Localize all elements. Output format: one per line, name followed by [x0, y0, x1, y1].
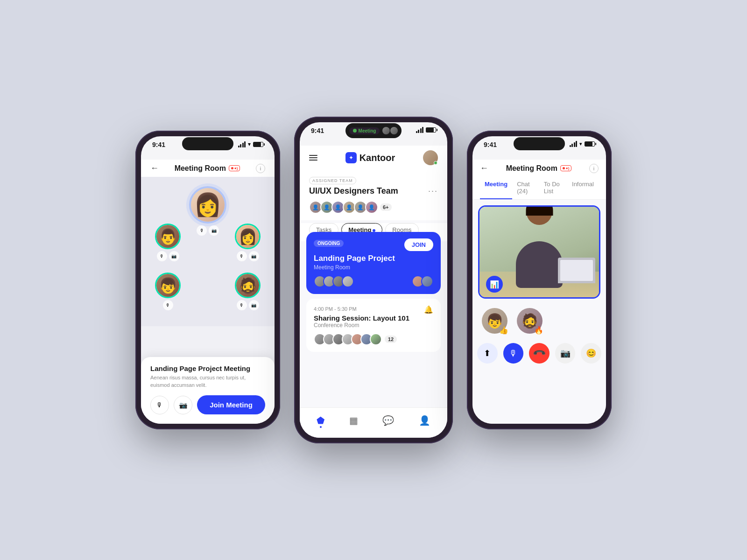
- mic-ctrl-left-mid[interactable]: 🎙: [157, 251, 167, 261]
- hamburger-menu[interactable]: [309, 155, 317, 161]
- left-title-text: Meeting Room: [175, 164, 226, 173]
- video-ctrl-left-mid[interactable]: 📷: [169, 251, 179, 261]
- bell-icon[interactable]: 🔔: [424, 305, 433, 314]
- signal-bar-2: [240, 144, 241, 147]
- time-center: 9:41: [311, 127, 324, 134]
- mic-toggle-btn[interactable]: 🎙: [150, 396, 169, 414]
- notch-avatar-2: [390, 127, 398, 134]
- participants-area: 👩 🎙 📷 👨 🎙 📷: [141, 177, 275, 326]
- avatar-face-right-mid: 👩: [236, 225, 259, 248]
- video-ctrl-featured[interactable]: 📷: [209, 225, 219, 236]
- time-right: 9:41: [484, 141, 497, 148]
- ongoing-badge: ONGOING: [314, 240, 344, 247]
- card-desc: Aenean risus massa, cursus nec turpis ut…: [150, 374, 265, 389]
- mic-ctrl-right-mid[interactable]: 🎙: [237, 251, 247, 261]
- tab-chat-right[interactable]: Chat (24): [512, 177, 539, 199]
- user-avatar-center[interactable]: [423, 150, 438, 165]
- tab-informal-right[interactable]: Informal: [567, 177, 599, 199]
- video-ctrl-right-bot[interactable]: 📷: [249, 300, 259, 310]
- notch-avatar-1: [382, 127, 390, 134]
- session-attendee-7[interactable]: [370, 333, 382, 345]
- signal-bars-left: [238, 141, 246, 147]
- end-call-btn[interactable]: 📞: [529, 343, 550, 364]
- meeting-card-footer: [314, 275, 433, 287]
- audience-row: 👦 👍 🧔 🔥: [472, 303, 606, 338]
- avatar-face-left-bot: 👦: [156, 274, 179, 297]
- meeting-card-title: Landing Page Project: [314, 254, 433, 263]
- attendee-6[interactable]: [421, 275, 433, 287]
- nav-chat[interactable]: 💬: [382, 415, 394, 426]
- video-toggle-btn[interactable]: 📷: [174, 396, 192, 414]
- phone-left: 9:41 ▾ ←: [135, 131, 280, 429]
- nav-calendar[interactable]: ▦: [349, 415, 358, 426]
- avatar-featured: 👩: [189, 186, 226, 224]
- right-scroll: 📊 👦 👍: [472, 201, 606, 393]
- share-screen-btn[interactable]: ⬆: [477, 343, 498, 364]
- team-count: 6+: [380, 203, 392, 211]
- info-button-left[interactable]: i: [256, 164, 265, 173]
- tab-meeting-right[interactable]: Meeting: [480, 177, 512, 199]
- info-icon-right: i: [593, 166, 594, 171]
- back-button-left[interactable]: ←: [150, 163, 159, 173]
- back-button-right[interactable]: ←: [480, 163, 488, 173]
- mic-call-btn[interactable]: 🎙: [503, 343, 524, 364]
- session-title: Sharing Session: Layout 101: [314, 314, 433, 322]
- mic-overlay-btn[interactable]: 📊: [486, 276, 503, 293]
- nav-profile[interactable]: 👤: [419, 415, 430, 426]
- session-count: 12: [385, 336, 397, 343]
- battery-center: [426, 127, 436, 133]
- video-call-btn[interactable]: 📷: [555, 343, 576, 364]
- left-header: ← Meeting Room ●) i: [141, 160, 275, 177]
- emoji-call-btn[interactable]: 😊: [581, 343, 601, 364]
- battery-icon-left: [253, 142, 263, 147]
- reaction-1: 👍: [499, 326, 508, 335]
- team-avatars-row: 👤 👤 👤 👤 👤 👤 6+: [309, 201, 438, 214]
- video-icon: 📷: [179, 401, 187, 409]
- participant-left-bot: 👦 🎙: [155, 273, 181, 310]
- nav-home[interactable]: ⬟: [317, 415, 324, 426]
- right-title-group: Meeting Room ●): [506, 164, 572, 173]
- more-menu-btn[interactable]: ···: [428, 186, 438, 196]
- phone-right: 9:41 ▾ ←: [467, 131, 612, 429]
- info-button-right[interactable]: i: [589, 164, 599, 173]
- center-bottom-nav: ⬟ ▦ 💬 👤: [300, 407, 447, 438]
- notch-right: [514, 137, 565, 150]
- session-header-row: 4:00 PM - 5:30 PM 🔔: [314, 305, 433, 314]
- avatar-right-mid: 👩: [235, 224, 261, 249]
- audience-avatar-2[interactable]: 🧔 🔥: [517, 308, 543, 334]
- live-badge-left: ●): [229, 165, 240, 171]
- signal-bar-1: [238, 146, 240, 147]
- left-bottom-card: Landing Page Project Meeting Aenean risu…: [141, 357, 275, 424]
- meeting-card-room: Meeting Room: [314, 264, 433, 271]
- mic-ctrl-left-bot[interactable]: 🎙: [163, 300, 173, 310]
- join-meeting-button[interactable]: Join Meeting: [197, 395, 265, 414]
- battery-right: [585, 141, 595, 147]
- battery-fill-left: [254, 142, 261, 147]
- video-ctrl-right-mid[interactable]: 📷: [249, 251, 259, 261]
- avatar-left-mid: 👨: [155, 224, 181, 249]
- meeting-pill: Meeting: [349, 127, 380, 134]
- attendee-4[interactable]: [342, 275, 354, 287]
- notch-left: [182, 137, 233, 150]
- reaction-2: 🔥: [534, 326, 543, 335]
- session-attendees: [314, 333, 382, 345]
- audience-avatar-1[interactable]: 👦 👍: [482, 308, 507, 334]
- participant-right-mid: 👩 🎙 📷: [235, 224, 261, 261]
- team-row: UI/UX Designers Team ···: [309, 186, 438, 196]
- online-indicator: [434, 161, 437, 165]
- right-screen: ← Meeting Room ●) i Meeting C: [472, 160, 606, 424]
- mic-icon: 🎙: [156, 401, 163, 409]
- join-meeting-btn-center[interactable]: JOIN: [404, 238, 433, 251]
- profile-icon: 👤: [419, 415, 430, 426]
- controls-left-bot: 🎙: [163, 300, 173, 310]
- team-name: UI/UX Designers Team: [309, 186, 398, 196]
- team-avatar-6[interactable]: 👤: [365, 201, 378, 214]
- mic-ctrl-right-bot[interactable]: 🎙: [237, 300, 247, 310]
- phone-right-inner: 9:41 ▾ ←: [472, 136, 606, 424]
- tab-todo-right[interactable]: To Do List: [539, 177, 567, 199]
- phone-center: Meeting 9:41: [294, 117, 453, 443]
- chat-icon: 💬: [382, 415, 394, 426]
- app-logo: ✦ Kantoor: [345, 152, 395, 163]
- meeting-pill-avatars: [382, 127, 398, 134]
- mic-ctrl-featured[interactable]: 🎙: [197, 225, 207, 236]
